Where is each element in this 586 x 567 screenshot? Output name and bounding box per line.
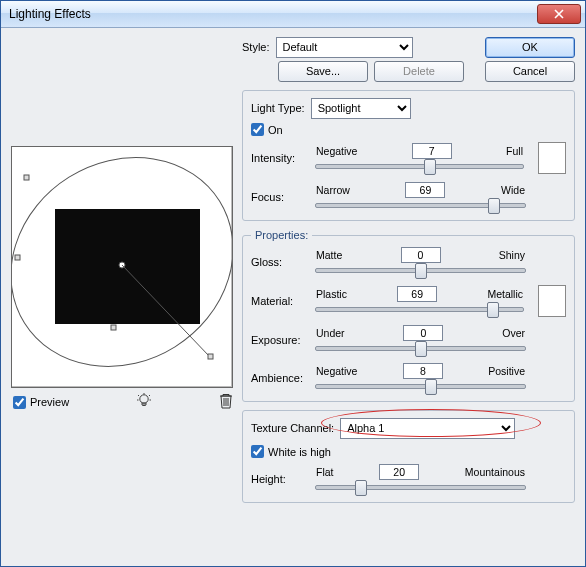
preview-checkbox[interactable]: Preview [13,396,69,409]
save-button[interactable]: Save... [278,61,368,82]
properties-legend: Properties: [251,229,312,241]
focus-slider[interactable] [315,198,526,212]
left-column: Preview [11,36,236,558]
material-value[interactable] [397,286,437,302]
intensity-slider[interactable] [315,159,524,173]
svg-rect-5 [15,255,20,260]
height-slider[interactable] [315,480,526,494]
cancel-button[interactable]: Cancel [485,61,575,82]
intensity-label: Intensity: [251,152,307,164]
ambience-slider[interactable] [315,379,526,393]
white-is-high-label: White is high [268,446,331,458]
exposure-row: Exposure: Under Over [251,325,566,355]
close-button[interactable] [537,4,581,24]
style-row: Style: Default OK [242,36,575,58]
titlebar: Lighting Effects [1,1,585,28]
properties-group: Properties: Gloss: Matte Shiny Mater [242,229,575,402]
gloss-value[interactable] [401,247,441,263]
focus-row: Focus: Narrow Wide [251,182,566,212]
style-select[interactable]: Default [276,37,413,58]
svg-point-8 [139,395,147,403]
texture-channel-select[interactable]: Alpha 1 [340,418,515,439]
on-checkbox[interactable]: On [251,123,283,136]
on-label: On [268,124,283,136]
light-type-label: Light Type: [251,102,305,114]
material-row: Material: Plastic Metallic [251,285,566,317]
svg-rect-6 [111,325,116,330]
style-label: Style: [242,41,270,53]
content: Preview Style: Default OK [1,28,585,566]
exposure-slider[interactable] [315,341,526,355]
window-title: Lighting Effects [9,7,91,21]
lightbulb-icon[interactable] [135,392,153,412]
preview-label: Preview [30,396,69,408]
svg-rect-4 [24,175,29,180]
focus-label: Focus: [251,191,307,203]
preview-canvas[interactable] [11,146,233,388]
ambience-row: Ambience: Negative Positive [251,363,566,393]
light-type-select[interactable]: Spotlight [311,98,411,119]
right-column: Style: Default OK Save... Delete Cancel [242,36,575,558]
preview-toolbar: Preview [11,388,236,416]
svg-rect-0 [55,209,200,324]
height-value[interactable] [379,464,419,480]
ambient-color-swatch[interactable] [538,285,566,317]
gloss-slider[interactable] [315,263,526,277]
height-row: Height: Flat Mountainous [251,464,566,494]
texture-group: Texture Channel: Alpha 1 White is high H… [242,410,575,503]
ok-button[interactable]: OK [485,37,575,58]
gloss-row: Gloss: Matte Shiny [251,247,566,277]
light-color-swatch[interactable] [538,142,566,174]
ambience-value[interactable] [403,363,443,379]
svg-rect-7 [208,354,213,359]
close-icon [554,9,564,19]
intensity-value[interactable] [412,143,452,159]
texture-channel-label: Texture Channel: [251,422,334,434]
focus-value[interactable] [405,182,445,198]
light-type-group: Light Type: Spotlight On Intensity: Nega… [242,90,575,221]
lighting-effects-dialog: Lighting Effects [0,0,586,567]
intensity-row: Intensity: Negative Full [251,142,566,174]
exposure-value[interactable] [403,325,443,341]
material-slider[interactable] [315,302,524,316]
trash-icon[interactable] [218,392,234,412]
delete-button[interactable]: Delete [374,61,464,82]
white-is-high-checkbox[interactable]: White is high [251,445,331,458]
